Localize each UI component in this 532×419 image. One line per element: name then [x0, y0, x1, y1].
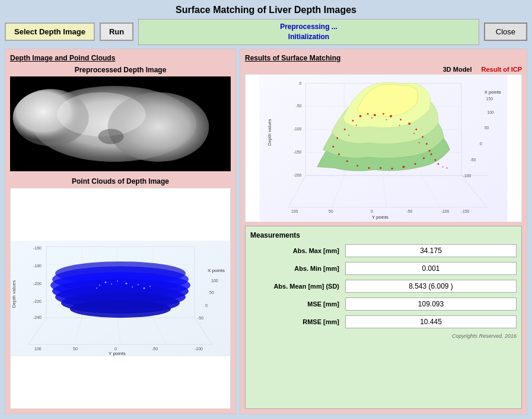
depth-image-display	[10, 76, 231, 171]
legend-row: 3D Model Result of ICP	[245, 66, 522, 73]
copyright-text: Copyrights Reserved, 2016	[250, 333, 517, 339]
svg-text:X points: X points	[208, 268, 225, 273]
depth-image-title: Preprocessed Depth Image	[10, 66, 231, 74]
svg-text:0: 0	[480, 141, 482, 145]
point-cloud-display: Depth values -160 -180 -200 -220 -240 10…	[10, 188, 231, 409]
svg-text:-50: -50	[406, 209, 412, 213]
run-button[interactable]: Run	[100, 23, 133, 41]
select-depth-image-button[interactable]: Select Depth Image	[5, 23, 95, 41]
right-panel-title: Results of Surface Matching	[245, 54, 522, 62]
svg-text:-220: -220	[33, 299, 42, 303]
svg-point-84	[415, 129, 417, 130]
svg-text:Y points: Y points	[372, 215, 388, 220]
svg-text:-50: -50	[296, 104, 302, 108]
svg-text:Depth values: Depth values	[267, 119, 272, 145]
svg-point-77	[359, 115, 362, 117]
svg-point-108	[442, 166, 444, 167]
svg-point-91	[391, 168, 393, 169]
svg-point-95	[346, 160, 348, 162]
svg-point-79	[374, 114, 376, 116]
svg-text:-240: -240	[33, 315, 42, 319]
meas-rmse-label: RMSE [mm]	[250, 318, 339, 325]
svg-text:-150: -150	[294, 150, 302, 154]
meas-row-absmin: Abs. Min [mm] 0.001	[250, 262, 517, 275]
svg-point-80	[383, 113, 384, 114]
svg-point-103	[413, 133, 415, 134]
svg-point-37	[144, 287, 145, 289]
svg-point-99	[356, 124, 357, 126]
legend-3d-label: 3D Model	[443, 66, 472, 73]
status-line2: Initialization	[141, 32, 476, 42]
svg-text:100: 100	[211, 279, 218, 283]
svg-point-94	[356, 165, 358, 167]
toolbar: Select Depth Image Run Preprocessing ...…	[5, 19, 527, 45]
meas-mse-value: 109.093	[345, 298, 517, 311]
svg-text:Y points: Y points	[109, 351, 126, 356]
svg-text:-100: -100	[463, 174, 472, 178]
svg-text:-100: -100	[294, 127, 302, 131]
svg-text:-100: -100	[195, 347, 203, 351]
main-container: Surface Matching of Liver Depth Images S…	[0, 0, 532, 419]
svg-text:100: 100	[34, 347, 42, 351]
svg-point-3	[57, 92, 145, 136]
svg-point-33	[126, 282, 128, 284]
content-row: Depth Image and Poind Clouds Preprocesse…	[5, 49, 527, 414]
svg-text:0: 0	[371, 209, 373, 213]
svg-text:0: 0	[205, 303, 208, 308]
svg-point-85	[422, 136, 423, 137]
svg-point-34	[132, 286, 133, 287]
svg-text:-180: -180	[33, 264, 42, 268]
surface-plot-display: Depth values 0 -50 -100 -150 -200 100 50…	[245, 74, 522, 222]
svg-point-92	[380, 167, 381, 169]
svg-point-107	[437, 163, 439, 165]
meas-absmin-value: 0.001	[345, 262, 517, 275]
svg-text:-150: -150	[461, 209, 470, 213]
svg-text:-200: -200	[294, 173, 302, 177]
svg-text:-50: -50	[197, 316, 203, 320]
svg-text:100: 100	[488, 110, 495, 114]
svg-point-82	[400, 119, 402, 120]
svg-text:-200: -200	[33, 282, 42, 286]
close-button[interactable]: Close	[484, 23, 527, 41]
svg-point-81	[390, 115, 392, 117]
svg-text:0: 0	[114, 347, 117, 351]
meas-row-absmean: Abs. Mean [mm] (SD) 8.543 (6.009 )	[250, 280, 517, 293]
svg-point-4	[98, 129, 124, 144]
meas-absmean-value: 8.543 (6.009 )	[345, 280, 517, 293]
left-panel-title: Depth Image and Poind Clouds	[10, 54, 231, 62]
svg-point-98	[348, 135, 349, 136]
meas-row-mse: MSE [mm] 109.093	[250, 298, 517, 311]
status-line1: Preprocessing ...	[141, 22, 476, 32]
svg-point-78	[367, 113, 369, 114]
pointcloud-title: Point Clouds of Depth Image	[10, 177, 231, 185]
meas-row-absmax: Abs. Max [mm] 34.175	[250, 244, 517, 257]
svg-point-28	[70, 300, 171, 318]
svg-point-100	[371, 117, 372, 119]
svg-point-86	[426, 143, 428, 145]
meas-absmin-label: Abs. Min [mm]	[250, 265, 339, 272]
svg-text:50: 50	[329, 209, 333, 213]
svg-text:X points: X points	[485, 89, 501, 95]
page-title: Surface Matching of Liver Depth Images	[5, 5, 527, 15]
measurements-title: Measurements	[250, 231, 517, 239]
svg-point-88	[423, 157, 425, 159]
svg-point-29	[99, 284, 100, 286]
svg-point-109	[447, 167, 448, 168]
svg-point-83	[408, 122, 410, 124]
svg-text:-100: -100	[441, 209, 450, 213]
svg-point-35	[138, 284, 139, 285]
meas-absmax-label: Abs. Max [mm]	[250, 247, 339, 254]
svg-text:0: 0	[300, 81, 302, 85]
svg-text:-160: -160	[33, 246, 42, 250]
svg-point-32	[117, 280, 118, 282]
svg-point-89	[415, 163, 416, 165]
right-panel: Results of Surface Matching 3D Model Res…	[240, 49, 527, 414]
svg-point-75	[344, 129, 346, 130]
meas-absmax-value: 34.175	[345, 244, 517, 257]
left-panel: Depth Image and Poind Clouds Preprocesse…	[5, 49, 236, 414]
svg-point-96	[338, 153, 340, 155]
svg-text:-50: -50	[152, 347, 158, 351]
measurements-section: Measurements Abs. Max [mm] 34.175 Abs. M…	[245, 226, 522, 409]
meas-rmse-value: 10.445	[345, 315, 517, 328]
svg-point-76	[352, 120, 353, 121]
